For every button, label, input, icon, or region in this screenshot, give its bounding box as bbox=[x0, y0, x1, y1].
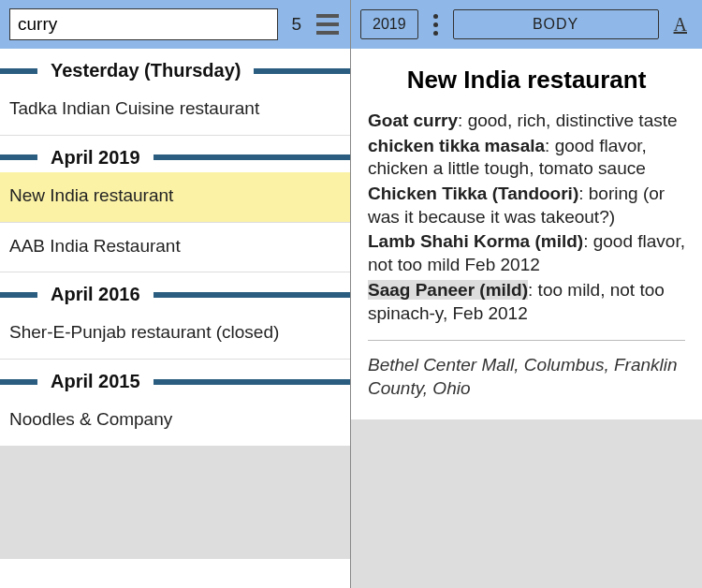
note-list: Yesterday (Thursday)Tadka Indian Cuisine… bbox=[0, 49, 350, 588]
dish-desc: : good, rich, distinctive taste bbox=[458, 110, 677, 130]
list-item[interactable]: Sher-E-Punjab restaurant (closed) bbox=[0, 309, 350, 360]
dish-line: chicken tikka masala: good flavor, chick… bbox=[368, 135, 685, 181]
list-pane: 5 Yesterday (Thursday)Tadka Indian Cuisi… bbox=[0, 0, 351, 588]
menu-icon[interactable] bbox=[314, 14, 341, 35]
list-item[interactable]: Tadka Indian Cuisine restaurant bbox=[0, 85, 350, 136]
divider-bar bbox=[0, 154, 37, 160]
section-label: April 2019 bbox=[51, 147, 140, 169]
dish-name: Lamb Shahi Korma (mild) bbox=[368, 231, 583, 251]
divider-bar bbox=[0, 292, 37, 298]
divider-bar bbox=[154, 154, 350, 160]
divider-bar bbox=[154, 379, 350, 385]
divider-bar bbox=[254, 68, 350, 74]
section-label: Yesterday (Thursday) bbox=[51, 60, 241, 81]
more-icon[interactable] bbox=[428, 14, 444, 36]
note-content: Goat curry: good, rich, distinctive tast… bbox=[368, 110, 685, 325]
note-body: New India restaurant Goat curry: good, r… bbox=[351, 49, 702, 401]
font-icon[interactable]: A bbox=[668, 14, 693, 36]
dish-name: Chicken Tikka (Tandoori) bbox=[368, 184, 578, 203]
list-item[interactable]: Noodles & Company bbox=[0, 396, 350, 447]
dish-line: Goat curry: good, rich, distinctive tast… bbox=[368, 110, 685, 133]
dish-line: Saag Paneer (mild): too mild, not too sp… bbox=[368, 279, 685, 325]
left-toolbar: 5 bbox=[0, 0, 350, 49]
divider-bar bbox=[154, 292, 350, 298]
dish-line: Lamb Shahi Korma (mild): good flavor, no… bbox=[368, 230, 685, 276]
list-item[interactable]: New India restaurant bbox=[0, 172, 350, 223]
empty-area bbox=[0, 447, 350, 559]
result-count: 5 bbox=[287, 14, 305, 35]
search-input[interactable] bbox=[9, 8, 278, 40]
dish-name: chicken tikka masala bbox=[368, 136, 545, 155]
right-toolbar: 2019 BODY A bbox=[351, 0, 702, 49]
note-location: Bethel Center Mall, Columbus, Franklin C… bbox=[368, 354, 685, 400]
section-label: April 2015 bbox=[51, 371, 140, 392]
note-pane: 2019 BODY A New India restaurant Goat cu… bbox=[351, 0, 702, 588]
section-label: April 2016 bbox=[51, 284, 140, 305]
list-item[interactable]: AAB India Restaurant bbox=[0, 223, 350, 273]
note-title: New India restaurant bbox=[368, 66, 685, 95]
year-button[interactable]: 2019 bbox=[360, 9, 418, 39]
divider-bar bbox=[0, 68, 37, 74]
section-header: Yesterday (Thursday) bbox=[0, 49, 350, 85]
section-header: April 2016 bbox=[0, 272, 350, 309]
section-header: April 2015 bbox=[0, 360, 350, 396]
section-header: April 2019 bbox=[0, 136, 350, 172]
divider-bar bbox=[0, 379, 37, 385]
dish-line: Chicken Tikka (Tandoori): boring (or was… bbox=[368, 183, 685, 228]
empty-area bbox=[351, 419, 702, 588]
dish-name: Goat curry bbox=[368, 110, 458, 130]
mode-button[interactable]: BODY bbox=[453, 9, 659, 39]
dish-name: Saag Paneer (mild) bbox=[368, 280, 528, 300]
separator bbox=[368, 340, 685, 341]
